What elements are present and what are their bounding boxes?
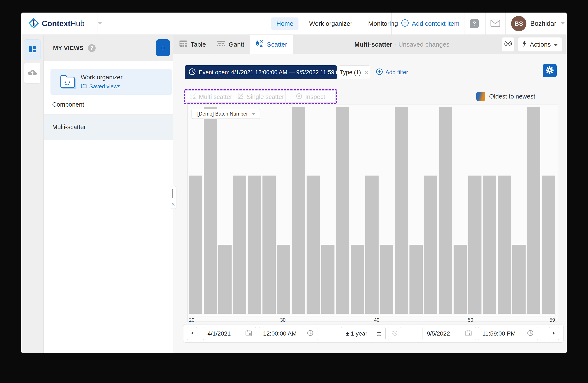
bar[interactable] (277, 245, 290, 314)
rail-views-button[interactable] (24, 39, 41, 60)
scatter-chart-panel: [Demo] Batch Number 2030405059 (188, 104, 558, 322)
chart-bars (189, 107, 555, 314)
primary-nav: Home Work organizer Monitoring (271, 13, 403, 35)
bar[interactable] (527, 107, 540, 314)
bar[interactable] (321, 245, 335, 314)
main-area: Table Gantt (173, 35, 567, 353)
start-date-field[interactable]: 4/1/2021 (203, 327, 256, 340)
bar[interactable] (409, 245, 423, 314)
add-filter-button[interactable]: Add filter (376, 65, 408, 79)
add-view-button[interactable]: + (156, 39, 170, 56)
help-button[interactable]: ? (466, 13, 483, 35)
calendar-icon (465, 330, 472, 338)
bar[interactable] (248, 175, 261, 314)
chart-settings-button[interactable] (543, 64, 557, 77)
bar[interactable] (307, 175, 320, 314)
actions-button[interactable]: Actions (518, 37, 562, 52)
reset-range-button (388, 327, 401, 340)
nav-item-monitoring[interactable]: Monitoring (363, 18, 403, 30)
nav-divider (98, 13, 98, 35)
nav-divider (391, 13, 392, 35)
sidebar-close-button[interactable]: ✕ (170, 201, 176, 208)
end-date-field[interactable]: 9/5/2022 (422, 327, 476, 340)
close-x-icon[interactable]: ✕ (364, 69, 369, 76)
bar[interactable] (262, 175, 276, 314)
x-axis-tick (283, 314, 283, 316)
single-scatter-icon (237, 93, 244, 101)
single-scatter-mode-button[interactable]: Single scatter (236, 91, 286, 102)
x-axis-tick-label: 30 (280, 317, 286, 323)
folder-smiley-icon (57, 73, 78, 92)
x-axis-tick (555, 313, 555, 316)
shift-range-back-button[interactable] (187, 327, 197, 340)
x-axis-tick (471, 314, 471, 316)
bar[interactable] (395, 107, 408, 314)
bar[interactable] (189, 175, 202, 314)
bar[interactable] (336, 107, 349, 314)
user-caret-down-icon (560, 22, 565, 26)
tab-table[interactable]: Table (174, 35, 211, 54)
avatar: BS (511, 16, 526, 31)
range-span-button[interactable]: ± 1 year (341, 327, 372, 340)
add-context-item-button[interactable]: Add context item (401, 13, 459, 35)
plus-icon: + (160, 43, 165, 53)
tab-scatter[interactable]: Scatter (250, 35, 293, 54)
saved-views-card[interactable]: Work organizer Saved views (50, 69, 172, 95)
bar[interactable] (365, 175, 378, 314)
sidebar-header: MY VIEWS ? + (44, 35, 173, 61)
sidebar-item-component[interactable]: Component (44, 95, 173, 115)
gear-icon (546, 66, 554, 75)
start-time-field[interactable]: 12:00:00 AM (259, 327, 318, 340)
bar[interactable] (351, 245, 364, 314)
sidebar-title-row: MY VIEWS ? (53, 35, 96, 61)
bar[interactable] (468, 175, 482, 314)
event-open-filter-chip[interactable]: Event open: 4/1/2021 12:00:00 AM — 9/5/2… (185, 65, 337, 79)
lock-range-button[interactable] (372, 327, 385, 340)
messages-button[interactable] (487, 13, 504, 35)
nav-divider (464, 13, 464, 35)
brand-light: Hub (70, 19, 84, 28)
nav-item-home[interactable]: Home (271, 18, 298, 30)
grip-icon[interactable] (170, 186, 176, 201)
question-circle-icon[interactable]: ? (88, 44, 96, 52)
bar[interactable] (512, 245, 525, 314)
bar[interactable] (439, 107, 452, 314)
bar[interactable] (233, 175, 246, 314)
bar[interactable] (483, 175, 496, 314)
bar[interactable] (292, 107, 305, 314)
inspect-mode-button[interactable]: Inspect (286, 91, 335, 102)
add-context-item-label: Add context item (412, 20, 459, 27)
end-time-field[interactable]: 11:59:00 PM (478, 327, 538, 340)
bar[interactable] (380, 245, 393, 314)
sidebar-item-multi-scatter[interactable]: Multi-scatter (44, 115, 173, 140)
brand-caret-down-icon[interactable] (97, 21, 103, 26)
tab-gantt[interactable]: Gantt (211, 35, 250, 54)
brand-name: ContextHub (42, 19, 84, 28)
brand[interactable]: ContextHub (29, 13, 103, 35)
bar[interactable] (498, 175, 511, 314)
calendar-icon (245, 330, 252, 338)
type-filter-chip[interactable]: Type (1) ✕ (339, 65, 370, 79)
help-bubble-icon: ? (470, 19, 479, 28)
bar[interactable] (424, 175, 437, 314)
clock-icon (189, 68, 196, 77)
multi-scatter-mode-button[interactable]: Multi scatter (186, 91, 236, 102)
view-title-status: - Unsaved changes (394, 41, 449, 48)
plus-circle-icon (401, 19, 409, 28)
bar[interactable] (454, 245, 467, 314)
start-date-value: 4/1/2021 (208, 330, 231, 337)
x-axis-tick-label: 20 (189, 317, 194, 323)
bar[interactable] (204, 107, 217, 314)
nav-item-work-organizer[interactable]: Work organizer (304, 18, 357, 30)
saved-views-label: Saved views (89, 83, 120, 90)
dimension-select[interactable]: [Demo] Batch Number (191, 109, 260, 119)
broadcast-button[interactable] (502, 37, 514, 52)
bar[interactable] (218, 245, 231, 314)
rail-upload-button[interactable] (24, 63, 41, 84)
bar[interactable] (542, 175, 555, 314)
sort-order-toggle[interactable]: Oldest to newest (476, 92, 535, 101)
layout-grid-icon (28, 45, 37, 55)
user-menu[interactable]: BS Bozhidar (511, 13, 565, 35)
saved-views-link[interactable]: Saved views (81, 83, 120, 90)
shift-range-forward-button[interactable] (549, 327, 559, 340)
